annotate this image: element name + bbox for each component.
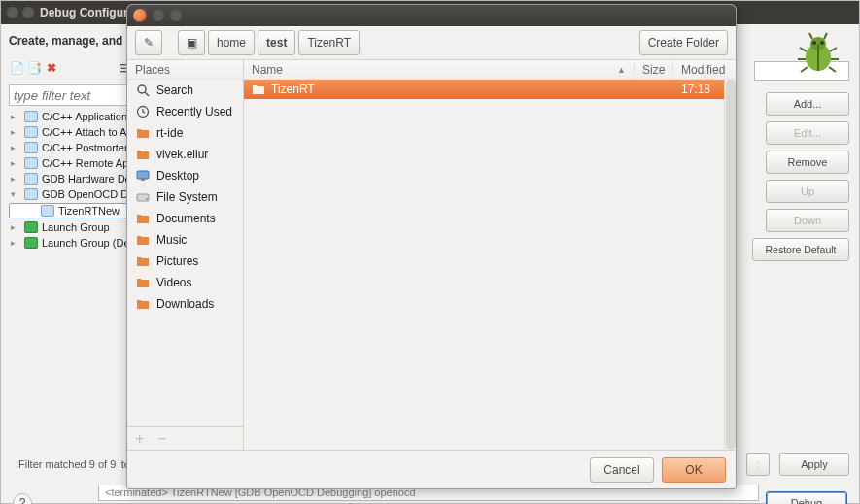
launch-type-icon bbox=[24, 126, 38, 138]
pencil-icon: ✎ bbox=[144, 36, 154, 50]
place-label: File System bbox=[156, 190, 218, 204]
dialog-titlebar[interactable] bbox=[127, 5, 736, 26]
tree-item-label: TizenRTNew bbox=[58, 205, 120, 217]
place-label: rt-ide bbox=[156, 126, 183, 140]
window-title: Debug Configura bbox=[40, 6, 134, 19]
svg-point-10 bbox=[146, 198, 148, 200]
tree-item-label: C/C++ Remote App bbox=[42, 157, 134, 169]
tree-item-label: GDB Hardware Deb bbox=[42, 173, 137, 185]
place-item[interactable]: rt-ide bbox=[127, 122, 243, 144]
drive-icon: ▣ bbox=[187, 36, 197, 50]
down-button[interactable]: Down bbox=[766, 209, 849, 232]
launch-type-icon bbox=[24, 173, 38, 185]
apply-button[interactable]: Apply bbox=[779, 453, 849, 476]
col-modified[interactable]: Modified bbox=[673, 60, 736, 79]
place-item[interactable]: Documents bbox=[127, 208, 243, 229]
dialog-footer: Cancel OK bbox=[127, 450, 736, 488]
folder-icon bbox=[252, 84, 265, 95]
launch-type-icon bbox=[24, 142, 38, 153]
place-label: Search bbox=[156, 84, 193, 97]
restore-default-button[interactable]: Restore Default bbox=[752, 238, 849, 261]
path-home-button[interactable]: home bbox=[208, 30, 255, 55]
place-item[interactable]: Music bbox=[127, 229, 243, 251]
create-folder-button[interactable]: Create Folder bbox=[639, 30, 728, 55]
launch-type-icon bbox=[24, 188, 38, 200]
place-item[interactable]: Downloads bbox=[127, 293, 243, 315]
remove-button[interactable]: Remove bbox=[766, 151, 849, 174]
path-test-button[interactable]: test bbox=[258, 30, 295, 55]
place-label: Downloads bbox=[156, 297, 214, 311]
place-label: Desktop bbox=[156, 169, 199, 183]
revert-button[interactable]: : bbox=[746, 453, 770, 476]
ok-button[interactable]: OK bbox=[662, 457, 726, 483]
bug-logo-icon bbox=[795, 30, 842, 77]
folder-icon bbox=[135, 253, 151, 269]
col-size[interactable]: Size bbox=[635, 60, 673, 79]
column-headers[interactable]: Name▲ Size Modified bbox=[244, 60, 736, 80]
launch-type-icon bbox=[24, 237, 38, 249]
debug-button[interactable]: Debug bbox=[766, 491, 847, 504]
place-label: Pictures bbox=[156, 254, 198, 268]
places-sidebar: Places SearchRecently Usedrt-idevivek.el… bbox=[127, 60, 244, 450]
place-item[interactable]: Pictures bbox=[127, 251, 243, 272]
svg-rect-7 bbox=[137, 171, 149, 179]
launch-type-icon bbox=[24, 157, 38, 169]
dialog-toolbar: ✎ ▣ home test TizenRT Create Folder bbox=[127, 26, 736, 59]
folder-icon bbox=[135, 296, 151, 312]
file-list-panel: Name▲ Size Modified TizenRT17:18 bbox=[244, 60, 736, 450]
folder-icon bbox=[135, 232, 151, 248]
svg-point-4 bbox=[138, 85, 146, 93]
new-config-icon[interactable]: 📄 bbox=[9, 61, 24, 77]
place-item[interactable]: Recently Used bbox=[127, 101, 243, 122]
tree-item-label: Launch Group (Dep bbox=[42, 237, 136, 249]
edit-button[interactable]: Edit... bbox=[766, 121, 849, 145]
search-icon bbox=[135, 83, 151, 98]
folder-icon bbox=[135, 275, 151, 290]
sort-asc-icon: ▲ bbox=[617, 65, 626, 75]
place-item[interactable]: Desktop bbox=[127, 165, 243, 186]
dialog-min-icon[interactable] bbox=[153, 10, 164, 21]
desktop-icon bbox=[135, 168, 151, 184]
file-row[interactable]: TizenRT17:18 bbox=[244, 80, 736, 99]
place-item[interactable]: Videos bbox=[127, 272, 243, 293]
folder-icon bbox=[135, 147, 151, 162]
svg-line-5 bbox=[145, 92, 149, 96]
window-min-icon[interactable] bbox=[22, 7, 34, 18]
svg-point-2 bbox=[812, 41, 816, 45]
place-item[interactable]: Search bbox=[127, 80, 243, 101]
path-edit-button[interactable]: ✎ bbox=[135, 30, 162, 55]
window-close-icon[interactable] bbox=[7, 7, 18, 18]
clock-icon bbox=[135, 104, 151, 119]
dialog-close-icon[interactable] bbox=[133, 9, 147, 22]
svg-point-3 bbox=[820, 41, 824, 45]
path-tizenrt-button[interactable]: TizenRT bbox=[298, 30, 360, 55]
add-button[interactable]: Add... bbox=[766, 92, 849, 116]
file-list-scrollbar[interactable] bbox=[724, 80, 736, 450]
disk-icon bbox=[135, 189, 151, 205]
launch-type-icon bbox=[24, 221, 38, 233]
place-item[interactable]: File System bbox=[127, 186, 243, 208]
duplicate-config-icon[interactable]: 📑 bbox=[26, 61, 42, 77]
launch-type-icon bbox=[24, 111, 38, 122]
file-name: TizenRT bbox=[271, 83, 315, 96]
place-label: Documents bbox=[156, 212, 216, 225]
place-label: vivek.ellur bbox=[156, 148, 208, 161]
place-label: Videos bbox=[156, 276, 191, 289]
add-bookmark-button[interactable]: + bbox=[135, 430, 144, 448]
up-button[interactable]: Up bbox=[766, 180, 849, 203]
place-item[interactable]: vivek.ellur bbox=[127, 144, 243, 165]
cancel-button[interactable]: Cancel bbox=[590, 457, 654, 483]
help-icon[interactable]: ? bbox=[13, 493, 32, 504]
tree-item-label: C/C++ Attach to Ap bbox=[42, 126, 133, 138]
tree-item-label: C/C++ Application bbox=[42, 111, 127, 122]
dialog-max-icon[interactable] bbox=[170, 10, 182, 21]
col-name[interactable]: Name▲ bbox=[244, 60, 635, 79]
delete-config-icon[interactable]: ✖ bbox=[44, 61, 59, 77]
path-root-button[interactable]: ▣ bbox=[178, 30, 205, 55]
place-label: Recently Used bbox=[156, 105, 232, 118]
remove-bookmark-button[interactable]: − bbox=[157, 430, 166, 448]
folder-icon bbox=[135, 211, 151, 226]
tree-item-label: Launch Group bbox=[42, 221, 110, 233]
places-heading: Places bbox=[127, 60, 243, 80]
launch-type-icon bbox=[41, 205, 54, 217]
